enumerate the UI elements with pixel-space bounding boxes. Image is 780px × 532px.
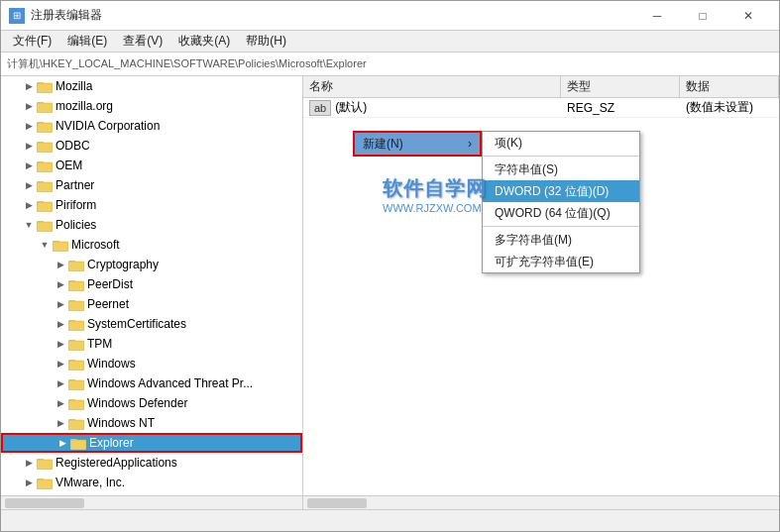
folder-icon [37, 218, 53, 232]
expand-icon: ▶ [21, 455, 37, 471]
svg-rect-16 [37, 182, 53, 192]
folder-icon [37, 456, 53, 470]
folder-icon-mozilla [37, 79, 53, 93]
svg-rect-61 [37, 479, 53, 489]
left-horizontal-scrollbar[interactable] [1, 495, 302, 509]
right-horizontal-scrollbar[interactable] [303, 495, 779, 509]
expand-icon: ▶ [53, 316, 68, 332]
menu-item-0[interactable]: 文件(F) [5, 31, 59, 52]
submenu-item-multistring[interactable]: 多字符串值(M) [483, 229, 639, 251]
folder-icon [53, 238, 68, 252]
svg-rect-19 [37, 202, 53, 212]
main-content: ▶ Mozilla ▶ mozilla.org ▶ [1, 76, 779, 509]
submenu-item-qword[interactable]: QWORD (64 位值)(Q) [483, 202, 639, 224]
submenu-separator2 [483, 226, 639, 227]
svg-rect-43 [68, 361, 84, 371]
right-header: 名称 类型 数据 [303, 76, 779, 98]
menu-item-3[interactable]: 收藏夹(A) [170, 31, 238, 52]
tree-item-label: Partner [56, 178, 94, 192]
expand-icon: ▶ [21, 138, 37, 154]
tree-item-defender[interactable]: ▶ Windows Defender [1, 393, 302, 413]
tree-item-partner[interactable]: ▶ Partner [1, 175, 302, 195]
tree-item-label-watp: Windows Advanced Threat Pr... [87, 376, 253, 390]
svg-rect-7 [37, 123, 53, 133]
expand-icon: ▶ [55, 435, 70, 451]
minimize-button[interactable]: ─ [634, 1, 680, 31]
reg-name-value: (默认) [335, 99, 367, 116]
tree-container[interactable]: ▶ Mozilla ▶ mozilla.org ▶ [1, 76, 302, 495]
folder-icon [37, 139, 53, 153]
tree-item-regapps[interactable]: ▶ RegisteredApplications [1, 453, 302, 473]
folder-icon [70, 436, 86, 450]
tree-item-explorer[interactable]: ▶ Explorer [1, 433, 302, 453]
svg-rect-49 [68, 400, 84, 410]
svg-rect-28 [68, 262, 84, 271]
app-icon: ⊞ [9, 8, 25, 24]
tree-item-label: OEM [56, 159, 82, 172]
menu-bar: 文件(F)编辑(E)查看(V)收藏夹(A)帮助(H) [1, 31, 779, 53]
tree-item-label: ODBC [56, 139, 90, 153]
tree-item-windows-sub[interactable]: ▶ Windows [1, 354, 302, 373]
folder-icon [68, 337, 84, 351]
tree-item-policies[interactable]: ▼ Policies [1, 215, 302, 235]
expand-icon: ▶ [21, 118, 37, 134]
col-header-type: 类型 [561, 76, 680, 97]
tree-item-mozillaorg[interactable]: ▶ mozilla.org [1, 96, 302, 116]
title-controls: ─ □ ✕ [634, 1, 771, 31]
expand-icon: ▶ [53, 276, 68, 292]
title-bar: ⊞ 注册表编辑器 ─ □ ✕ [1, 1, 779, 31]
tree-item-oem[interactable]: ▶ OEM [1, 156, 302, 175]
tree-item-peernet[interactable]: ▶ Peernet [1, 294, 302, 314]
submenu-item-string[interactable]: 字符串值(S) [483, 159, 639, 180]
reg-cell-name: ab (默认) [303, 99, 561, 116]
maximize-button[interactable]: □ [680, 1, 725, 31]
submenu-item-key[interactable]: 项(K) [483, 132, 639, 154]
tree-item-label: Windows NT [87, 416, 155, 430]
folder-icon [68, 258, 84, 271]
tree-item-windowsnt[interactable]: ▶ Windows NT [1, 413, 302, 433]
close-button[interactable]: ✕ [725, 1, 771, 31]
folder-icon [68, 396, 84, 410]
tree-item-odbc[interactable]: ▶ ODBC [1, 136, 302, 156]
expand-icon: ▼ [37, 237, 53, 253]
tree-item-label-mozilla: Mozilla [56, 79, 92, 93]
tree-item-peerdist[interactable]: ▶ PeerDist [1, 274, 302, 294]
svg-rect-40 [68, 341, 84, 351]
reg-data-value: (数值未设置) [686, 99, 753, 116]
submenu-item-expandstring[interactable]: 可扩充字符串值(E) [483, 251, 639, 272]
expand-icon: ▶ [21, 177, 37, 193]
menu-item-4[interactable]: 帮助(H) [238, 31, 294, 52]
new-menu-label: 新建(N) [363, 136, 403, 153]
menu-item-1[interactable]: 编辑(E) [59, 31, 115, 52]
tree-item-mozilla[interactable]: ▶ Mozilla [1, 76, 302, 96]
tree-item-label: VMware, Inc. [56, 476, 125, 489]
tree-item-tpm[interactable]: ▶ TPM [1, 334, 302, 354]
menu-item-2[interactable]: 查看(V) [115, 31, 170, 52]
col-header-name: 名称 [303, 76, 561, 97]
expand-icon: ▶ [21, 475, 37, 490]
svg-rect-46 [68, 380, 84, 390]
svg-rect-25 [53, 242, 68, 252]
tree-item-vmware[interactable]: ▶ VMware, Inc. [1, 473, 302, 492]
expand-icon: ▶ [21, 158, 37, 173]
tree-item-cryptography[interactable]: ▶ Cryptography [1, 255, 302, 274]
new-submenu-button[interactable]: 新建(N) › [353, 131, 482, 157]
tree-item-microsoft[interactable]: ▼ Microsoft [1, 235, 302, 255]
reg-type-icon: ab [309, 100, 331, 116]
col-header-data: 数据 [680, 76, 779, 97]
tree-item-label: NVIDIA Corporation [56, 119, 160, 133]
folder-icon [68, 297, 84, 311]
folder-icon [68, 317, 84, 331]
folder-icon [68, 277, 84, 291]
tree-item-systemcerts[interactable]: ▶ SystemCertificates [1, 314, 302, 334]
reg-type-value: REG_SZ [567, 101, 614, 115]
tree-item-label: PeerDist [87, 277, 133, 291]
submenu-item-dword[interactable]: DWORD (32 位值)(D) [483, 180, 639, 202]
tree-item-nvidia[interactable]: ▶ NVIDIA Corporation [1, 116, 302, 136]
tree-item-watp[interactable]: ▶ Windows Advanced Threat Pr... [1, 373, 302, 393]
svg-rect-22 [37, 222, 53, 232]
tree-item-piriform[interactable]: ▶ Piriform [1, 195, 302, 215]
svg-rect-31 [68, 281, 84, 291]
svg-rect-10 [37, 143, 53, 153]
registry-row[interactable]: ab (默认) REG_SZ (数值未设置) [303, 98, 779, 118]
